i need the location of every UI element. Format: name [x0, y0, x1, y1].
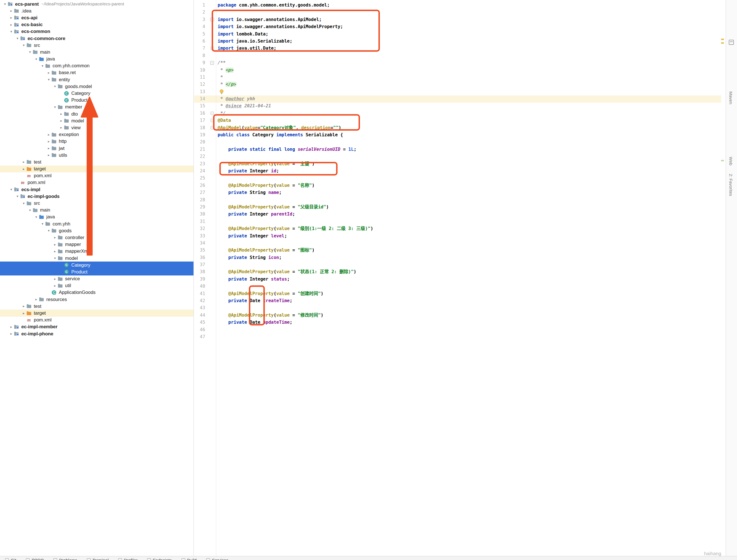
code-line-20[interactable]	[218, 139, 714, 146]
tree-item-main[interactable]: ▾main	[0, 49, 193, 55]
status-bar-item-endpoints[interactable]: Endpoints	[147, 558, 172, 560]
chevron-right-icon[interactable]: ▸	[46, 146, 51, 150]
line-number[interactable]: 26	[194, 182, 216, 189]
line-number[interactable]: 37	[194, 261, 216, 268]
line-number[interactable]: 20	[194, 139, 216, 146]
code-line-22[interactable]	[218, 153, 714, 160]
tree-item-java[interactable]: ▾java	[0, 214, 193, 220]
code-line-18[interactable]: @ApiModel(value="Category对象", descriptio…	[218, 124, 714, 131]
line-number[interactable]: 35	[194, 247, 216, 254]
line-number[interactable]: 27	[194, 189, 216, 196]
editor-panel[interactable]: 1234567891011121314151617181920212223242…	[194, 0, 726, 556]
line-number[interactable]: 25	[194, 175, 216, 182]
tree-item-service[interactable]: ▸service	[0, 275, 193, 282]
chevron-right-icon[interactable]: ▸	[21, 304, 26, 308]
tree-item-ec-impl-phone[interactable]: ▸ec-impl-phone	[0, 330, 193, 337]
line-number[interactable]: 12	[194, 81, 216, 88]
chevron-right-icon[interactable]: ▸	[52, 235, 58, 239]
status-bar-item-services[interactable]: Services	[206, 558, 228, 560]
tree-item--idea[interactable]: ▸.idea	[0, 7, 193, 14]
line-number[interactable]: 19	[194, 131, 216, 139]
chevron-down-icon[interactable]: ▾	[21, 201, 26, 205]
tree-item-ecs-basic[interactable]: ▸ecs-basic	[0, 21, 193, 28]
line-number[interactable]: 28	[194, 197, 216, 204]
tool-window-button-maven[interactable]: Maven	[728, 91, 733, 104]
tree-item-target[interactable]: ▸target	[0, 310, 193, 316]
code-line-25[interactable]	[218, 175, 714, 182]
tree-item-test[interactable]: ▸test	[0, 158, 193, 165]
tree-item-jwt[interactable]: ▸jwt	[0, 145, 193, 152]
chevron-down-icon[interactable]: ▾	[52, 84, 58, 88]
line-number[interactable]: 36	[194, 254, 216, 261]
intention-bulb-icon[interactable]	[219, 89, 224, 95]
chevron-right-icon[interactable]: ▸	[46, 133, 51, 137]
tree-item-ecs-api[interactable]: ▸ecs-api	[0, 14, 193, 21]
line-number[interactable]: 42	[194, 297, 216, 304]
tool-window-button-web[interactable]: Web	[728, 157, 733, 166]
code-line-21[interactable]: private static final long serialVersionU…	[218, 146, 714, 153]
tree-item-mapperxml[interactable]: ▸mapperXml	[0, 248, 193, 255]
tree-item-entity[interactable]: ▾entity	[0, 76, 193, 83]
chevron-down-icon[interactable]: ▾	[9, 30, 14, 34]
line-number[interactable]: 38	[194, 268, 216, 275]
line-number[interactable]: 14	[194, 95, 216, 103]
tree-item-model[interactable]: ▾model	[0, 255, 193, 262]
gutter-marker-icon[interactable]	[210, 112, 214, 115]
line-number[interactable]: 5	[194, 31, 216, 38]
code-line-9[interactable]: /**	[218, 59, 714, 66]
chevron-down-icon[interactable]: ▾	[40, 222, 45, 226]
chevron-right-icon[interactable]: ▸	[9, 9, 14, 13]
code-line-4[interactable]: import io.swagger.annotations.ApiModelPr…	[218, 23, 714, 30]
chevron-down-icon[interactable]: ▾	[34, 215, 39, 219]
code-line-34[interactable]	[218, 240, 714, 247]
code-line-19[interactable]: public class Category implements Seriali…	[218, 131, 714, 139]
chevron-down-icon[interactable]: ▾	[34, 57, 39, 61]
code-line-24[interactable]: private Integer id;	[218, 168, 714, 175]
line-number[interactable]: 47	[194, 333, 216, 340]
code-line-13[interactable]	[218, 88, 714, 95]
chevron-down-icon[interactable]: ▾	[46, 229, 51, 233]
line-number[interactable]: 22	[194, 153, 216, 160]
tree-item-com-yhh[interactable]: ▾com.yhh	[0, 220, 193, 227]
tree-item-ec-impl-member[interactable]: ▸ec-impl-member	[0, 323, 193, 330]
chevron-right-icon[interactable]: ▸	[21, 311, 26, 315]
code-line-33[interactable]: private Integer level;	[218, 233, 714, 240]
chevron-down-icon[interactable]: ▾	[15, 36, 20, 40]
tree-item-java[interactable]: ▾java	[0, 56, 193, 62]
chevron-right-icon[interactable]: ▸	[46, 153, 51, 157]
fold-marker-icon[interactable]: −	[210, 18, 214, 21]
code-line-14[interactable]: * @author yhh	[218, 95, 714, 103]
chevron-right-icon[interactable]: ▸	[52, 284, 58, 288]
tree-item-com-yhh-common[interactable]: ▾com.yhh.common	[0, 62, 193, 69]
code-line-11[interactable]: *	[218, 74, 714, 81]
code-line-3[interactable]: import io.swagger.annotations.ApiModel;	[218, 16, 714, 23]
tree-item-pom-xml[interactable]: mpom.xml	[0, 172, 193, 179]
code-line-15[interactable]: * @since 2021-04-21	[218, 103, 714, 110]
line-number[interactable]: 32	[194, 225, 216, 232]
tree-item-ecs-parent[interactable]: ▾ecs-parent~/IdeaProjects/JavaWorkspace/…	[0, 1, 193, 7]
chevron-right-icon[interactable]: ▸	[9, 332, 14, 336]
status-bar-item-todo[interactable]: TODO	[26, 558, 44, 560]
tree-item-goods[interactable]: ▾goods	[0, 227, 193, 234]
tree-item-ec-impl-goods[interactable]: ▾ec-impl-goods	[0, 193, 193, 200]
code-line-1[interactable]: package com.yhh.common.entity.goods.mode…	[218, 2, 714, 9]
line-number[interactable]: 44	[194, 312, 216, 319]
tree-item-ecs-common[interactable]: ▾ecs-common	[0, 28, 193, 35]
code-line-26[interactable]: @ApiModelProperty(value = "名称")	[218, 182, 714, 189]
chevron-right-icon[interactable]: ▸	[59, 119, 64, 123]
line-number[interactable]: 33	[194, 233, 216, 240]
gutter-marker-icon[interactable]	[210, 119, 214, 122]
gutter-marker-icon[interactable]	[210, 47, 214, 50]
line-number[interactable]: 43	[194, 304, 216, 312]
code-line-37[interactable]	[218, 261, 714, 268]
chevron-right-icon[interactable]: ▸	[46, 139, 51, 143]
line-number[interactable]: 40	[194, 283, 216, 290]
chevron-right-icon[interactable]: ▸	[52, 277, 58, 281]
code-line-12[interactable]: * </p>	[218, 81, 714, 88]
chevron-right-icon[interactable]: ▸	[59, 126, 64, 129]
tree-item-util[interactable]: ▸util	[0, 282, 193, 289]
line-number[interactable]: 21	[194, 146, 216, 153]
line-number[interactable]: 46	[194, 326, 216, 333]
tool-window-button-2-favorites[interactable]: 2: Favorites	[728, 174, 733, 196]
tree-item-product[interactable]: CProduct	[0, 268, 193, 275]
